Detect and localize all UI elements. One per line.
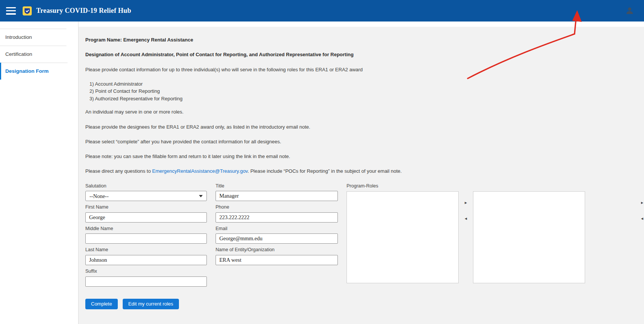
roles-list-item: 2) Point of Contact for Reporting	[89, 88, 644, 95]
salutation-select[interactable]: --None--	[85, 191, 207, 201]
complete-button[interactable]: Complete	[85, 299, 118, 309]
program-name-heading: Program Name: Emergency Rental Assistanc…	[85, 37, 644, 43]
questions-text-after: . Please include “POCs for Reporting” in…	[248, 168, 402, 174]
email-link[interactable]: EmergencyRentalAssistance@Treasury.gov	[152, 168, 248, 174]
email-field[interactable]	[216, 233, 338, 244]
questions-paragraph: Please direct any questions to Emergency…	[85, 168, 644, 174]
first-name-field[interactable]	[85, 212, 207, 223]
phone-field[interactable]	[216, 212, 338, 223]
instruction-paragraph-roles: An individual may serve in one or more r…	[85, 109, 644, 115]
program-roles-selected-listbox[interactable]	[473, 191, 585, 283]
last-name-field[interactable]	[85, 255, 207, 265]
move-left-icon[interactable]: ◂	[641, 216, 644, 221]
instruction-paragraph-designees: Please provide the designees for the ERA…	[85, 124, 644, 130]
title-field[interactable]	[216, 191, 338, 201]
intro-paragraph: Please provide contact information for u…	[85, 67, 644, 73]
instruction-paragraph-complete: Please select “complete” after you have …	[85, 139, 644, 145]
program-roles-available-listbox[interactable]	[347, 191, 459, 283]
instruction-paragraph-save: Please note: you can save the fillable f…	[85, 154, 644, 160]
roles-list-item: 1) Account Administrator	[89, 80, 644, 88]
suffix-label: Suffix	[85, 269, 207, 275]
middle-name-label: Middle Name	[85, 226, 207, 232]
sidebar: Introduction Certification Designation F…	[0, 21, 79, 324]
main-content: Program Name: Emergency Rental Assistanc…	[79, 21, 644, 324]
program-roles-duallist: ▸ ◂ ▸ ◂	[347, 191, 644, 290]
roles-list-item: 3) Authorized Representative for Reporti…	[89, 95, 644, 103]
roles-list: 1) Account Administrator 2) Point of Con…	[89, 80, 644, 103]
phone-label: Phone	[216, 204, 338, 210]
secondary-mover-clipped: ▸ ◂	[641, 191, 644, 221]
form-actions: Complete Edit my current roles	[85, 299, 644, 309]
move-right-icon[interactable]: ▸	[465, 200, 467, 205]
move-right-icon[interactable]: ▸	[641, 200, 644, 205]
last-name-label: Last Name	[85, 247, 207, 253]
app-header: Treasury COVID-19 Relief Hub	[0, 0, 644, 21]
first-name-label: First Name	[85, 204, 207, 210]
move-left-icon[interactable]: ◂	[465, 216, 467, 221]
program-roles-label: Program-Roles	[347, 183, 644, 189]
chevron-down-icon	[199, 195, 203, 197]
salutation-label: Salutation	[85, 183, 207, 189]
questions-text-before: Please direct any questions to	[85, 168, 152, 174]
designation-heading: Designation of Account Administrator, Po…	[85, 52, 644, 58]
sidebar-item-certification[interactable]: Certification	[0, 46, 78, 63]
app-title: Treasury COVID-19 Relief Hub	[36, 7, 131, 15]
user-profile-icon[interactable]	[625, 6, 634, 15]
middle-name-field[interactable]	[85, 233, 207, 244]
title-label: Title	[216, 183, 338, 189]
designation-form-panel: Program Name: Emergency Rental Assistanc…	[79, 27, 644, 324]
salutation-selected-value: --None--	[89, 193, 109, 200]
sidebar-item-introduction[interactable]: Introduction	[0, 29, 78, 46]
entity-label: Name of Entity/Organization	[216, 247, 338, 253]
program-roles-mover: ▸ ◂	[459, 191, 473, 221]
email-label: Email	[216, 226, 338, 232]
suffix-field[interactable]	[85, 276, 207, 287]
menu-icon[interactable]	[6, 7, 16, 15]
entity-field[interactable]	[216, 255, 338, 265]
sidebar-item-designation-form[interactable]: Designation Form	[0, 63, 78, 80]
edit-roles-button[interactable]: Edit my current roles	[123, 299, 179, 309]
contact-form: Salutation --None-- First Name Middle Na…	[85, 183, 644, 290]
treasury-logo-icon	[23, 6, 32, 15]
